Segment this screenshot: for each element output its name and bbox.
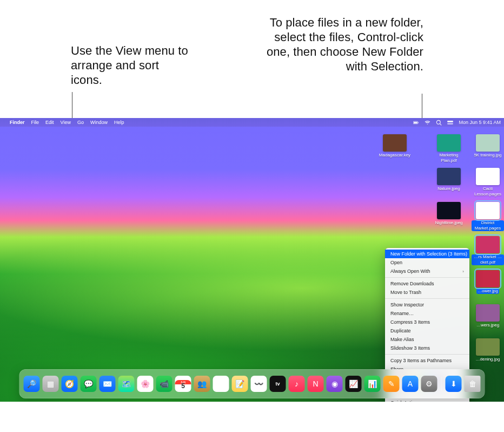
file-thumbnail[interactable] — [437, 202, 461, 219]
file-thumbnail[interactable] — [476, 134, 500, 152]
dock-app-stocks[interactable]: 📈 — [346, 376, 362, 392]
desktop-file-icon[interactable]: Cacti Lesson.pages — [472, 168, 504, 197]
file-label[interactable]: …rs Market …cket.pdf — [472, 254, 504, 265]
context-menu-item[interactable]: Always Open With› — [385, 267, 469, 276]
file-label[interactable]: District Market.pages — [472, 220, 504, 231]
file-label[interactable]: Cacti Lesson.pages — [472, 186, 504, 197]
dock-app-reminders[interactable]: ☰ — [213, 376, 229, 392]
dock-app-news[interactable]: N — [308, 376, 324, 392]
context-menu-item[interactable]: Duplicate — [385, 326, 469, 335]
desktop-file-icon[interactable]: Marketing Plan.pdf — [433, 134, 465, 163]
file-thumbnail[interactable] — [476, 304, 500, 322]
calendar-day-label: 5 — [181, 384, 185, 388]
context-menu-item[interactable]: Open — [385, 258, 469, 267]
dock-app-photos[interactable]: 🌸 — [137, 376, 154, 392]
desktop-file-icon[interactable]: District Market.pages — [472, 202, 504, 231]
mail-icon: ✉️ — [103, 379, 112, 388]
context-menu-item[interactable]: Show Inspector — [385, 300, 469, 309]
context-menu-item[interactable]: Remove Downloads — [385, 279, 469, 288]
dock-app-maps[interactable]: 🗺️ — [118, 376, 135, 392]
dock-app-launchpad[interactable]: ▦ — [43, 376, 59, 392]
menu-window[interactable]: Window — [90, 120, 108, 125]
dock-app-finder[interactable]: 🔎 — [24, 376, 40, 392]
menu-view[interactable]: View — [61, 120, 71, 125]
dock-app-contacts[interactable]: 👥 — [194, 376, 210, 392]
callout-right-text: To place files in a new folder, select t… — [267, 16, 423, 73]
context-menu-item-label: Remove Downloads — [390, 281, 434, 286]
callout-right: To place files in a new folder, select t… — [261, 15, 423, 74]
svg-point-3 — [437, 120, 441, 124]
menubar-app-name[interactable]: Finder — [10, 120, 25, 125]
context-menu-separator — [385, 354, 469, 355]
file-label[interactable]: …wers.jpeg — [472, 323, 504, 328]
dock-app-facetime[interactable]: 📹 — [156, 376, 173, 392]
dock-app-downloads[interactable]: ⬇ — [446, 376, 462, 392]
menu-go[interactable]: Go — [77, 120, 84, 125]
file-label[interactable]: …dening.jpg — [472, 357, 504, 362]
context-menu-item[interactable]: Make Alias — [385, 335, 469, 344]
dock-app-numbers[interactable]: 📊 — [364, 376, 381, 392]
dock-app-music[interactable]: ♪ — [289, 376, 305, 392]
desktop-file-icon[interactable]: …wers.jpeg — [472, 304, 504, 328]
file-label[interactable]: 5K training.jpg — [472, 153, 504, 158]
file-label[interactable]: Madagascar.key — [379, 153, 411, 158]
macos-desktop: Finder File Edit View Go Window Help Mon… — [0, 118, 504, 402]
file-thumbnail[interactable] — [476, 270, 500, 287]
dock-app-notes[interactable]: 📝 — [232, 376, 248, 392]
file-thumbnail[interactable] — [476, 202, 500, 219]
desktop-file-icon[interactable]: Nature.jpeg — [433, 168, 465, 192]
dock-app-tv[interactable]: tv — [270, 376, 286, 392]
file-thumbnail[interactable] — [476, 236, 500, 253]
dock-app-trash[interactable]: 🗑 — [465, 376, 481, 392]
context-menu-item-label: Open — [390, 260, 402, 265]
dock-app-safari[interactable]: 🧭 — [62, 376, 78, 392]
file-thumbnail[interactable] — [437, 168, 461, 185]
dock-separator — [441, 377, 442, 391]
news-icon: N — [313, 379, 318, 388]
menu-edit[interactable]: Edit — [45, 120, 54, 125]
menu-file[interactable]: File — [31, 120, 39, 125]
file-label[interactable]: …ower.jpg — [476, 289, 499, 294]
file-thumbnail[interactable] — [476, 168, 500, 185]
file-label[interactable]: Nature.jpeg — [433, 186, 465, 192]
context-menu-item-label: Rename… — [390, 311, 414, 316]
desktop-file-icon[interactable]: …dening.jpg — [472, 338, 504, 362]
file-thumbnail[interactable] — [476, 338, 500, 356]
context-menu-item[interactable]: Quick Actions› — [385, 398, 469, 402]
file-thumbnail[interactable] — [383, 134, 407, 152]
file-label[interactable]: Nighttime.jpeg — [433, 220, 465, 226]
dock-app-appstore[interactable]: A — [402, 376, 419, 392]
dock-app-calendar[interactable]: JUN5 — [175, 376, 191, 392]
desktop-file-icon[interactable]: 5K training.jpg — [472, 134, 504, 158]
menubar-clock[interactable]: Mon Jun 5 9:41 AM — [459, 120, 501, 125]
desktop-file-icon[interactable]: …rs Market …cket.pdf — [472, 236, 504, 265]
context-menu-item[interactable]: Copy 3 Items as Pathnames — [385, 356, 469, 365]
context-menu-item-label: New Folder with Selection (3 Items) — [390, 251, 467, 257]
battery-icon[interactable] — [413, 120, 419, 126]
desktop-file-icon[interactable]: Nighttime.jpeg — [433, 202, 465, 226]
context-menu-item[interactable]: Move to Trash — [385, 288, 469, 297]
desktop-file-icon[interactable]: …ower.jpg — [472, 270, 504, 294]
control-center-icon[interactable] — [447, 120, 453, 126]
dock-app-freeform[interactable]: 〰️ — [251, 376, 267, 392]
dock-app-settings[interactable]: ⚙ — [421, 376, 437, 392]
file-label[interactable]: Marketing Plan.pdf — [433, 153, 465, 163]
context-menu-separator — [385, 277, 469, 278]
wifi-icon[interactable] — [425, 120, 430, 126]
context-menu-item[interactable]: Compress 3 Items — [385, 318, 469, 326]
dock-app-mail[interactable]: ✉️ — [100, 376, 116, 392]
dock-app-messages[interactable]: 💬 — [81, 376, 97, 392]
dock-app-pages[interactable]: ✎ — [383, 376, 400, 392]
svg-line-4 — [440, 123, 442, 125]
desktop-file-icon[interactable]: Madagascar.key — [379, 134, 411, 158]
file-thumbnail[interactable] — [437, 134, 461, 152]
launchpad-icon: ▦ — [47, 379, 54, 388]
callout-left: Use the View menu to arrange and sort ic… — [71, 43, 190, 87]
dock-app-podcasts[interactable]: ◉ — [327, 376, 343, 392]
context-menu-item[interactable]: New Folder with Selection (3 Items) — [385, 250, 469, 258]
context-menu-item[interactable]: Rename… — [385, 309, 469, 318]
menu-help[interactable]: Help — [114, 120, 124, 125]
stocks-icon: 📈 — [349, 379, 358, 388]
context-menu-item[interactable]: Slideshow 3 Items — [385, 344, 469, 352]
spotlight-icon[interactable] — [436, 120, 442, 126]
